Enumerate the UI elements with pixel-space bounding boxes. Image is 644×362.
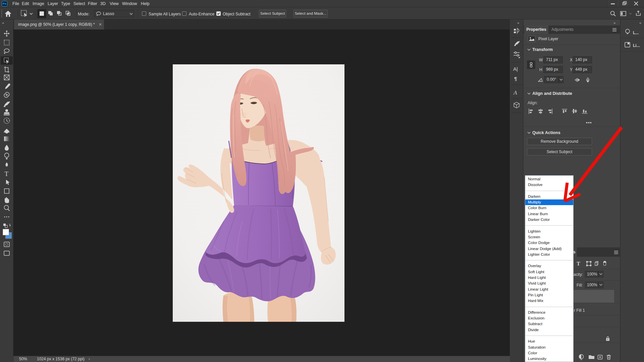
svg-text:T: T bbox=[577, 261, 580, 266]
svg-text:A|: A| bbox=[513, 66, 518, 72]
svg-text:T: T bbox=[5, 170, 9, 177]
svg-text:A: A bbox=[513, 89, 517, 96]
svg-text:¶: ¶ bbox=[514, 76, 517, 81]
